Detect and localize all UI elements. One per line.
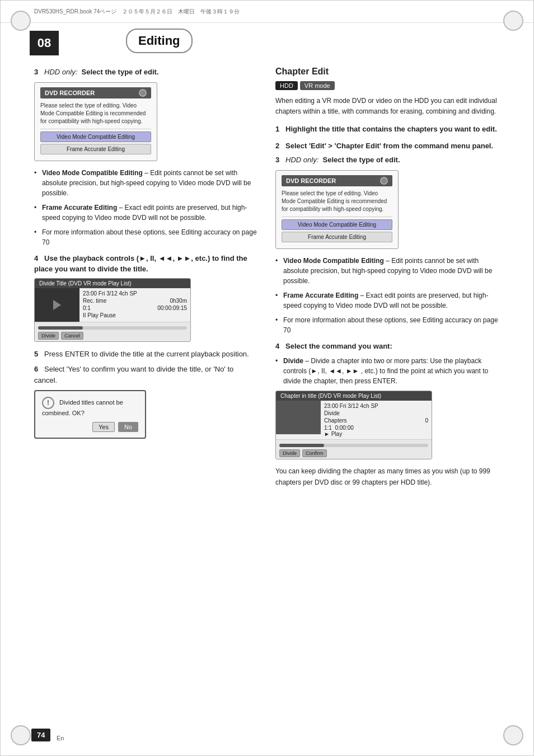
chapter-divide-btn[interactable]: Divide bbox=[279, 449, 300, 457]
chapter-title-row: 08 Editing bbox=[1, 29, 533, 55]
dvd-box-body-right: Please select the type of editing. Video… bbox=[282, 190, 392, 213]
playback-time-row: 23:00 Fri 3/12 4ch SP bbox=[83, 290, 187, 297]
bullet-item-2-left: Frame Accurate Editing – Exact edit poin… bbox=[34, 203, 259, 223]
bullet-item-1-right: Video Mode Compatible Editing – Edit poi… bbox=[275, 256, 500, 286]
playback-title-bar-left: Divide Title (DVD VR mode Play List) bbox=[35, 279, 190, 288]
bullet-2-label: Frame Accurate Editing bbox=[42, 204, 117, 212]
confirm-dialog-text: ! Divided titles cannot be combined. OK? bbox=[42, 397, 138, 417]
divide-btn-left[interactable]: Divide bbox=[38, 332, 59, 340]
right-step4: 4 Select the command you want: bbox=[275, 341, 500, 352]
right-step3-italic: HDD only: bbox=[285, 156, 318, 164]
right-step4-number: 4 bbox=[275, 342, 279, 350]
bullet-3-text-right: For more information about these options… bbox=[283, 316, 498, 334]
dvd-box-title-text-right: DVD RECORDER bbox=[286, 177, 336, 184]
chapter-info-row3: Chapters 0 bbox=[324, 417, 428, 424]
playback-counter: 0:1 bbox=[83, 305, 91, 311]
playback-controls-left: Divide Cancel bbox=[35, 322, 190, 341]
corner-bl bbox=[11, 725, 31, 745]
chapter-playback-box: Chapter in title (DVD VR mode Play List)… bbox=[275, 391, 432, 459]
bullet-1-label-right: Video Mode Compatible Editing bbox=[283, 257, 384, 265]
right-step3-number: 3 bbox=[275, 156, 279, 164]
content-area: 3 HDD only: Select the type of edit. DVD… bbox=[1, 67, 533, 488]
bullet-list-right: Video Mode Compatible Editing – Edit poi… bbox=[275, 256, 500, 335]
step4-heading: 4 Use the playback controls (►, II, ◄◄, … bbox=[34, 253, 259, 275]
chapter-controls: Divide Confirm bbox=[276, 439, 432, 459]
dvd-btn-frame-accurate-left[interactable]: Frame Accurate Editing bbox=[40, 144, 151, 154]
file-info-bar: DVR530HS_RDR.book 74ページ ２０５年５月２６日 木曜日 午後… bbox=[1, 1, 533, 23]
chapter-info: 23:00 Fri 3/12 4ch SP Divide Chapters 0 … bbox=[321, 401, 432, 439]
cancel-btn-left[interactable]: Cancel bbox=[61, 332, 83, 340]
step6-heading: 6 Select 'Yes' to confirm you want to di… bbox=[34, 364, 259, 386]
chapter-pb-content: 23:00 Fri 3/12 4ch SP Divide Chapters 0 … bbox=[276, 401, 432, 439]
bullet-3-text: For more information about these options… bbox=[42, 228, 257, 246]
playback-title-text: Divide Title (DVD VR mode Play List) bbox=[39, 280, 132, 287]
playback-box-left: Divide Title (DVD VR mode Play List) 23:… bbox=[34, 278, 191, 342]
confirm-dialog: ! Divided titles cannot be combined. OK?… bbox=[34, 390, 146, 439]
page-lang: En bbox=[57, 735, 64, 741]
step4-number: 4 bbox=[34, 254, 38, 262]
playback-timecode-row: 0:1 00:00:09:15 bbox=[83, 305, 187, 311]
playback-rec-label: Rec. time bbox=[83, 298, 106, 304]
chapter-pb-title-text: Chapter in title (DVD VR mode Play List) bbox=[280, 393, 381, 399]
right-step3-text: Select the type of edit. bbox=[323, 156, 400, 164]
playback-thumbnail-left bbox=[35, 288, 79, 322]
playback-content-left: 23:00 Fri 3/12 4ch SP Rec. time 0h30m 0:… bbox=[35, 288, 190, 322]
right-step1-number: 1 bbox=[275, 125, 279, 133]
right-step2-number: 2 bbox=[275, 142, 279, 150]
divide-bullet-list: Divide – Divide a chapter into two or mo… bbox=[275, 356, 500, 386]
dvd-btn-video-mode-left[interactable]: Video Mode Compatible Editing bbox=[40, 132, 151, 142]
dvd-box-body-left: Please select the type of editing. Video… bbox=[40, 102, 151, 125]
chapter-pb-title: Chapter in title (DVD VR mode Play List) bbox=[276, 391, 432, 401]
chapter-timecode: 0:00:00 bbox=[335, 425, 353, 431]
bullet-1-label: Video Mode Compatible Editing bbox=[42, 169, 143, 177]
dvd-separator-left bbox=[40, 129, 151, 129]
playback-rec-value: 0h30m bbox=[170, 298, 187, 304]
confirm-icon: ! bbox=[42, 397, 54, 409]
vr-badge: VR mode bbox=[300, 81, 335, 90]
playback-control-label: II Play Pause bbox=[83, 312, 187, 318]
chapter-thumbnail bbox=[276, 401, 321, 434]
confirm-no-btn[interactable]: No bbox=[118, 422, 138, 432]
right-step1-text: Highlight the title that contains the ch… bbox=[285, 125, 497, 133]
corner-tr bbox=[503, 11, 523, 31]
dvd-recorder-box-left: DVD RECORDER Please select the type of e… bbox=[34, 82, 157, 161]
chapter-info-row1: 23:00 Fri 3/12 4ch SP bbox=[324, 403, 428, 409]
chapter-edit-title: Chapter Edit bbox=[275, 67, 500, 77]
step5-text: Press ENTER to divide the title at the c… bbox=[44, 350, 249, 358]
chapter-progress-fill bbox=[279, 444, 324, 447]
chapter-info-row2: Divide bbox=[324, 410, 428, 416]
dvd-btn-video-mode-right[interactable]: Video Mode Compatible Editing bbox=[282, 219, 392, 230]
step3-italic: HDD only: bbox=[44, 68, 77, 76]
playback-info-left: 23:00 Fri 3/12 4ch SP Rec. time 0h30m 0:… bbox=[79, 288, 190, 322]
corner-tl bbox=[11, 11, 31, 31]
bullet-2-label-right: Frame Accurate Editing bbox=[283, 292, 358, 299]
bullet-list-left: Video Mode Compatible Editing – Edit poi… bbox=[34, 168, 259, 247]
right-step2-text: Select 'Edit' > 'Chapter Edit' from the … bbox=[285, 142, 493, 150]
step4-text: Use the playback controls (►, II, ◄◄, ►►… bbox=[34, 254, 247, 274]
chapter-counter: 1:1 bbox=[324, 425, 332, 431]
page-title: Editing bbox=[138, 34, 180, 48]
dvd-separator-right bbox=[282, 217, 392, 217]
bullet-item-3-left: For more information about these options… bbox=[34, 227, 259, 247]
chapter-divide-label: Divide bbox=[324, 410, 340, 416]
bullet-item-3-right: For more information about these options… bbox=[275, 315, 500, 335]
dvd-recorder-box-right: DVD RECORDER Please select the type of e… bbox=[275, 170, 399, 249]
chapter-info-row4: 1:1 0:00:00 bbox=[324, 425, 428, 431]
dvd-box-title-right: DVD RECORDER bbox=[282, 175, 392, 186]
right-column: Chapter Edit HDD VR mode When editing a … bbox=[275, 67, 500, 488]
divide-bullet-text: – Divide a chapter into two or more part… bbox=[283, 357, 488, 385]
dvd-box-title-left: DVD RECORDER bbox=[40, 87, 151, 98]
step3-number: 3 bbox=[34, 68, 38, 76]
disc-icon-left bbox=[139, 89, 147, 97]
closing-text: You can keep dividing the chapter as man… bbox=[275, 466, 500, 487]
confirm-yes-btn[interactable]: Yes bbox=[92, 422, 115, 432]
chapter-chapters-value: 0 bbox=[425, 417, 428, 424]
mode-badges: HDD VR mode bbox=[275, 81, 500, 90]
dvd-box-title-text: DVD RECORDER bbox=[45, 90, 95, 96]
chapter-confirm-btn[interactable]: Confirm bbox=[302, 449, 327, 457]
chapter-play-label: ► Play bbox=[324, 431, 428, 437]
right-step2: 2 Select 'Edit' > 'Chapter Edit' from th… bbox=[275, 140, 500, 152]
dvd-btn-frame-accurate-right[interactable]: Frame Accurate Editing bbox=[282, 232, 392, 242]
chapter-time-info: 23:00 Fri 3/12 4ch SP bbox=[324, 403, 378, 409]
step6-text: Select 'Yes' to confirm you want to divi… bbox=[34, 365, 233, 384]
